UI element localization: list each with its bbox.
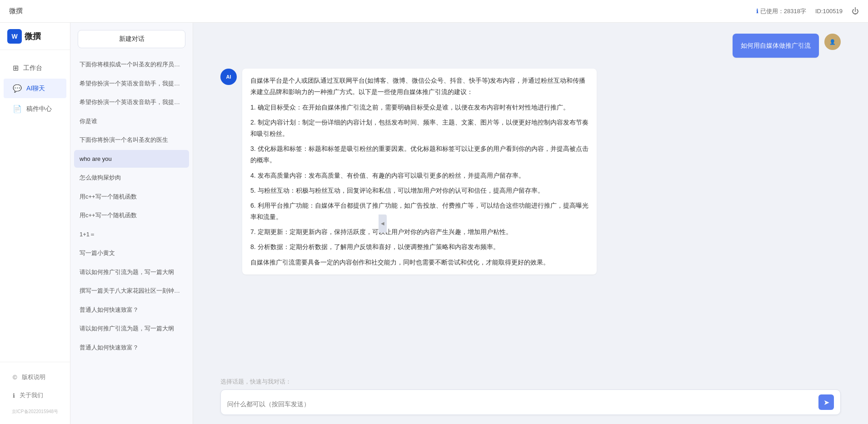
ai-para-5: 5. 与粉丝互动：积极与粉丝互动，回复评论和私信，可以增加用户对你的认可和信任，…: [250, 185, 589, 196]
topbar-usage: ℹ 已使用：28318字: [756, 7, 806, 15]
ai-avatar-icon: AI: [226, 74, 231, 80]
ai-para-3: 3. 优化标题和标签：标题和标签是吸引粉丝的重要因素。优化标题和标签可以让更多的…: [250, 143, 589, 166]
nav-items: ⊞ 工作台 💬 AI聊天 📄 稿件中心: [0, 50, 70, 362]
list-item[interactable]: 你是谁: [74, 112, 189, 130]
topbar-title: 微撰: [9, 7, 23, 15]
ai-para-6: 6. 利用平台推广功能：自媒体平台都提供了推广功能，如广告投放、付费推广等，可以…: [250, 200, 589, 223]
ai-avatar: AI: [220, 69, 237, 85]
ai-para-8: 8. 分析数据：定期分析数据，了解用户反馈和喜好，以便调整推广策略和内容发布频率…: [250, 241, 589, 253]
list-item[interactable]: 用c++写一个随机函数: [74, 188, 189, 206]
ai-para-0: 自媒体平台是个人或团队通过互联网平台(如博客、微博、微信公众号、抖音、快手等)发…: [250, 75, 589, 98]
list-item[interactable]: 希望你扮演一个英语发音助手，我提供给你...: [74, 93, 189, 111]
usage-icon: ℹ: [756, 8, 758, 15]
power-icon[interactable]: ⏻: [852, 7, 859, 15]
quick-topics: 选择话题，快速与我对话：: [220, 378, 841, 386]
input-box: ➤: [220, 389, 841, 415]
usage-text: 已使用：28318字: [760, 7, 806, 15]
logo-w: W: [11, 33, 17, 40]
sidebar-collapse-button[interactable]: ◀: [379, 214, 387, 233]
logo-icon: W: [7, 29, 22, 44]
about-icon: ℹ: [13, 392, 15, 399]
user-message-bubble: 如何用自媒体做推广引流: [733, 34, 819, 58]
sidebar-item-label-drafts: 稿件中心: [26, 105, 52, 113]
new-chat-button[interactable]: 新建对话: [78, 30, 185, 48]
ai-para-1: 1. 确定目标受众：在开始自媒体推广引流之前，需要明确目标受众是谁，以便在发布内…: [250, 102, 589, 113]
topbar-right: ℹ 已使用：28318字 ID:100519 ⏻: [756, 7, 859, 15]
list-item[interactable]: 怎么做狗屎炒肉: [74, 169, 189, 187]
list-item[interactable]: 普通人如何快速致富？: [74, 339, 189, 357]
workbench-icon: ⊞: [13, 64, 19, 72]
about-label: 关于我们: [20, 391, 43, 399]
ai-message-bubble: 自媒体平台是个人或团队通过互联网平台(如博客、微博、微信公众号、抖音、快手等)发…: [242, 69, 597, 274]
sidebar-item-workbench[interactable]: ⊞ 工作台: [4, 58, 66, 78]
sidebar-item-copyright[interactable]: © 版权说明: [4, 369, 66, 386]
message-row-ai: AI 自媒体平台是个人或团队通过互联网平台(如博客、微博、微信公众号、抖音、快手…: [220, 69, 841, 274]
list-item[interactable]: 下面你将模拟成一个叫圣友的程序员，我说...: [74, 55, 189, 74]
send-icon: ➤: [823, 398, 829, 407]
main-layout: W 微撰 ⊞ 工作台 💬 AI聊天 📄 稿件中心 © 版权说明: [0, 23, 868, 424]
logo-text: 微撰: [25, 31, 41, 42]
list-item[interactable]: 撰写一篇关于八大家花园社区一刻钟便民生...: [74, 282, 189, 300]
user-avatar: 👤: [824, 34, 841, 50]
topbar-id: ID:100519: [815, 8, 843, 15]
nav-bottom: © 版权说明 ℹ 关于我们 京ICP备2022015948号: [0, 362, 70, 424]
sidebar-item-ai-chat[interactable]: 💬 AI聊天: [4, 79, 66, 98]
list-item[interactable]: 写一篇小黄文: [74, 244, 189, 262]
user-message-text: 如何用自媒体做推广引流: [741, 42, 811, 49]
drafts-icon: 📄: [13, 105, 22, 113]
chat-input[interactable]: [227, 399, 815, 410]
copyright-label: 版权说明: [22, 373, 45, 381]
ai-para-2: 2. 制定内容计划：制定一份详细的内容计划，包括发布时间、频率、主题、文案、图片…: [250, 117, 589, 140]
list-item[interactable]: 请以如何推广引流为题，写一篇大纲: [74, 263, 189, 281]
list-item[interactable]: 用c++写一个随机函数: [74, 206, 189, 224]
sidebar-item-label-ai-chat: AI聊天: [26, 85, 45, 93]
chat-list: 下面你将模拟成一个叫圣友的程序员，我说... 希望你扮演一个英语发音助手，我提供…: [70, 55, 193, 357]
input-area: 选择话题，快速与我对话： ➤: [193, 370, 868, 424]
chat-sidebar: 新建对话 下面你将模拟成一个叫圣友的程序员，我说... 希望你扮演一个英语发音助…: [70, 23, 193, 424]
logo-area: W 微撰: [0, 23, 70, 50]
ai-para-7: 7. 定期更新：定期更新内容，保持活跃度，可以让用户对你的内容产生兴趣，增加用户…: [250, 226, 589, 238]
topbar: 微撰 ℹ 已使用：28318字 ID:100519 ⏻: [0, 0, 868, 23]
list-item[interactable]: 下面你将扮演一个名叫圣友的医生: [74, 131, 189, 149]
sidebar-item-drafts[interactable]: 📄 稿件中心: [4, 99, 66, 119]
user-avatar-icon: 👤: [829, 39, 836, 45]
list-item[interactable]: who are you: [74, 150, 189, 168]
list-item[interactable]: 普通人如何快速致富？: [74, 301, 189, 319]
ai-para-9: 自媒体推广引流需要具备一定的内容创作和社交能力，同时也需要不断尝试和优化，才能取…: [250, 257, 589, 268]
list-item[interactable]: 希望你扮演一个英语发音助手，我提供给你...: [74, 75, 189, 93]
sidebar-item-label-workbench: 工作台: [23, 64, 42, 72]
list-item[interactable]: 请以如何推广引流为题，写一篇大纲: [74, 319, 189, 338]
ai-para-4: 4. 发布高质量内容：发布高质量、有价值、有趣的内容可以吸引更多的粉丝，并提高用…: [250, 170, 589, 181]
messages-area: 如何用自媒体做推广引流 👤 AI 自媒体平台是个人或团队通过互联网平台(如博客、…: [193, 23, 868, 370]
copyright-icon: ©: [13, 374, 17, 381]
send-button[interactable]: ➤: [818, 394, 834, 410]
message-row-user: 如何用自媒体做推广引流 👤: [220, 34, 841, 58]
icp-text: 京ICP备2022015948号: [0, 405, 70, 419]
sidebar-item-about[interactable]: ℹ 关于我们: [4, 387, 66, 404]
chat-main: 如何用自媒体做推广引流 👤 AI 自媒体平台是个人或团队通过互联网平台(如博客、…: [193, 23, 868, 424]
list-item[interactable]: 1+1＝: [74, 225, 189, 244]
left-sidebar: W 微撰 ⊞ 工作台 💬 AI聊天 📄 稿件中心 © 版权说明: [0, 23, 70, 424]
chat-icon: 💬: [13, 84, 22, 93]
